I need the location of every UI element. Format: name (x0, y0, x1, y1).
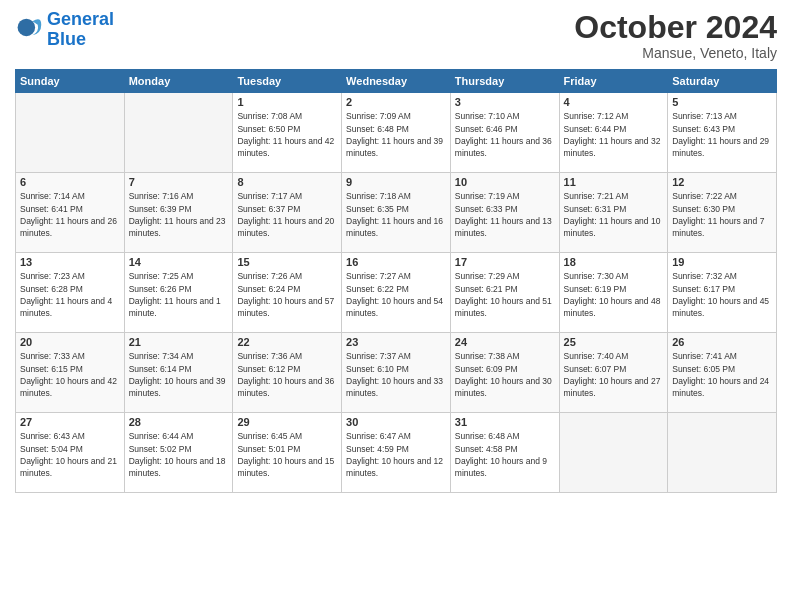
daylight-text: Daylight: 11 hours and 20 minutes. (237, 216, 334, 238)
calendar-week-row: 6Sunrise: 7:14 AMSunset: 6:41 PMDaylight… (16, 173, 777, 253)
sunrise-text: Sunrise: 6:48 AM (455, 431, 520, 441)
sunrise-text: Sunrise: 7:38 AM (455, 351, 520, 361)
day-number: 31 (455, 416, 555, 428)
sunset-text: Sunset: 6:19 PM (564, 284, 627, 294)
daylight-text: Daylight: 11 hours and 26 minutes. (20, 216, 117, 238)
month-title: October 2024 (574, 10, 777, 45)
day-number: 4 (564, 96, 664, 108)
daylight-text: Daylight: 10 hours and 27 minutes. (564, 376, 661, 398)
daylight-text: Daylight: 10 hours and 54 minutes. (346, 296, 443, 318)
day-number: 28 (129, 416, 229, 428)
sunrise-text: Sunrise: 7:22 AM (672, 191, 737, 201)
sunrise-text: Sunrise: 7:37 AM (346, 351, 411, 361)
day-number: 6 (20, 176, 120, 188)
logo-blue: Blue (47, 29, 86, 49)
daylight-text: Daylight: 10 hours and 42 minutes. (20, 376, 117, 398)
calendar-week-row: 20Sunrise: 7:33 AMSunset: 6:15 PMDayligh… (16, 333, 777, 413)
calendar-day-cell: 20Sunrise: 7:33 AMSunset: 6:15 PMDayligh… (16, 333, 125, 413)
day-info: Sunrise: 6:45 AMSunset: 5:01 PMDaylight:… (237, 430, 337, 479)
sunrise-text: Sunrise: 7:17 AM (237, 191, 302, 201)
daylight-text: Daylight: 10 hours and 33 minutes. (346, 376, 443, 398)
sunset-text: Sunset: 6:17 PM (672, 284, 735, 294)
calendar-day-cell: 24Sunrise: 7:38 AMSunset: 6:09 PMDayligh… (450, 333, 559, 413)
calendar-day-cell: 27Sunrise: 6:43 AMSunset: 5:04 PMDayligh… (16, 413, 125, 493)
daylight-text: Daylight: 11 hours and 7 minutes. (672, 216, 764, 238)
day-number: 10 (455, 176, 555, 188)
day-number: 5 (672, 96, 772, 108)
daylight-text: Daylight: 10 hours and 18 minutes. (129, 456, 226, 478)
weekday-header: Thursday (450, 70, 559, 93)
daylight-text: Daylight: 10 hours and 48 minutes. (564, 296, 661, 318)
day-info: Sunrise: 7:36 AMSunset: 6:12 PMDaylight:… (237, 350, 337, 399)
day-info: Sunrise: 7:14 AMSunset: 6:41 PMDaylight:… (20, 190, 120, 239)
day-number: 11 (564, 176, 664, 188)
day-number: 3 (455, 96, 555, 108)
day-number: 18 (564, 256, 664, 268)
day-info: Sunrise: 7:17 AMSunset: 6:37 PMDaylight:… (237, 190, 337, 239)
day-info: Sunrise: 7:27 AMSunset: 6:22 PMDaylight:… (346, 270, 446, 319)
logo-icon (15, 16, 43, 44)
sunset-text: Sunset: 4:59 PM (346, 444, 409, 454)
sunset-text: Sunset: 6:21 PM (455, 284, 518, 294)
day-info: Sunrise: 7:29 AMSunset: 6:21 PMDaylight:… (455, 270, 555, 319)
sunrise-text: Sunrise: 7:26 AM (237, 271, 302, 281)
sunset-text: Sunset: 6:46 PM (455, 124, 518, 134)
day-info: Sunrise: 7:16 AMSunset: 6:39 PMDaylight:… (129, 190, 229, 239)
day-number: 24 (455, 336, 555, 348)
daylight-text: Daylight: 11 hours and 42 minutes. (237, 136, 334, 158)
sunset-text: Sunset: 6:12 PM (237, 364, 300, 374)
daylight-text: Daylight: 11 hours and 4 minutes. (20, 296, 112, 318)
calendar-day-cell: 2Sunrise: 7:09 AMSunset: 6:48 PMDaylight… (342, 93, 451, 173)
daylight-text: Daylight: 11 hours and 10 minutes. (564, 216, 661, 238)
sunset-text: Sunset: 6:07 PM (564, 364, 627, 374)
calendar-day-cell: 5Sunrise: 7:13 AMSunset: 6:43 PMDaylight… (668, 93, 777, 173)
sunrise-text: Sunrise: 7:40 AM (564, 351, 629, 361)
day-number: 12 (672, 176, 772, 188)
sunset-text: Sunset: 6:26 PM (129, 284, 192, 294)
calendar-day-cell: 15Sunrise: 7:26 AMSunset: 6:24 PMDayligh… (233, 253, 342, 333)
calendar-week-row: 1Sunrise: 7:08 AMSunset: 6:50 PMDaylight… (16, 93, 777, 173)
sunset-text: Sunset: 6:43 PM (672, 124, 735, 134)
sunset-text: Sunset: 6:10 PM (346, 364, 409, 374)
calendar-day-cell: 18Sunrise: 7:30 AMSunset: 6:19 PMDayligh… (559, 253, 668, 333)
calendar-day-cell: 26Sunrise: 7:41 AMSunset: 6:05 PMDayligh… (668, 333, 777, 413)
sunset-text: Sunset: 6:30 PM (672, 204, 735, 214)
sunrise-text: Sunrise: 7:14 AM (20, 191, 85, 201)
day-info: Sunrise: 7:30 AMSunset: 6:19 PMDaylight:… (564, 270, 664, 319)
day-number: 1 (237, 96, 337, 108)
daylight-text: Daylight: 11 hours and 36 minutes. (455, 136, 552, 158)
day-info: Sunrise: 6:43 AMSunset: 5:04 PMDaylight:… (20, 430, 120, 479)
sunset-text: Sunset: 6:33 PM (455, 204, 518, 214)
calendar-day-cell: 4Sunrise: 7:12 AMSunset: 6:44 PMDaylight… (559, 93, 668, 173)
title-block: October 2024 Mansue, Veneto, Italy (574, 10, 777, 61)
day-info: Sunrise: 7:12 AMSunset: 6:44 PMDaylight:… (564, 110, 664, 159)
daylight-text: Daylight: 10 hours and 24 minutes. (672, 376, 769, 398)
day-info: Sunrise: 7:33 AMSunset: 6:15 PMDaylight:… (20, 350, 120, 399)
daylight-text: Daylight: 11 hours and 32 minutes. (564, 136, 661, 158)
weekday-header: Friday (559, 70, 668, 93)
sunrise-text: Sunrise: 7:09 AM (346, 111, 411, 121)
weekday-header-row: SundayMondayTuesdayWednesdayThursdayFrid… (16, 70, 777, 93)
calendar-week-row: 13Sunrise: 7:23 AMSunset: 6:28 PMDayligh… (16, 253, 777, 333)
sunset-text: Sunset: 4:58 PM (455, 444, 518, 454)
daylight-text: Daylight: 10 hours and 39 minutes. (129, 376, 226, 398)
sunset-text: Sunset: 6:37 PM (237, 204, 300, 214)
day-info: Sunrise: 7:37 AMSunset: 6:10 PMDaylight:… (346, 350, 446, 399)
weekday-header: Sunday (16, 70, 125, 93)
day-number: 17 (455, 256, 555, 268)
day-info: Sunrise: 7:41 AMSunset: 6:05 PMDaylight:… (672, 350, 772, 399)
day-number: 29 (237, 416, 337, 428)
daylight-text: Daylight: 10 hours and 57 minutes. (237, 296, 334, 318)
day-number: 25 (564, 336, 664, 348)
daylight-text: Daylight: 10 hours and 51 minutes. (455, 296, 552, 318)
sunrise-text: Sunrise: 7:32 AM (672, 271, 737, 281)
day-info: Sunrise: 7:19 AMSunset: 6:33 PMDaylight:… (455, 190, 555, 239)
calendar-day-cell: 8Sunrise: 7:17 AMSunset: 6:37 PMDaylight… (233, 173, 342, 253)
daylight-text: Daylight: 10 hours and 36 minutes. (237, 376, 334, 398)
calendar-day-cell (124, 93, 233, 173)
calendar-table: SundayMondayTuesdayWednesdayThursdayFrid… (15, 69, 777, 493)
calendar-day-cell: 23Sunrise: 7:37 AMSunset: 6:10 PMDayligh… (342, 333, 451, 413)
calendar-day-cell: 1Sunrise: 7:08 AMSunset: 6:50 PMDaylight… (233, 93, 342, 173)
daylight-text: Daylight: 10 hours and 12 minutes. (346, 456, 443, 478)
calendar-day-cell: 14Sunrise: 7:25 AMSunset: 6:26 PMDayligh… (124, 253, 233, 333)
